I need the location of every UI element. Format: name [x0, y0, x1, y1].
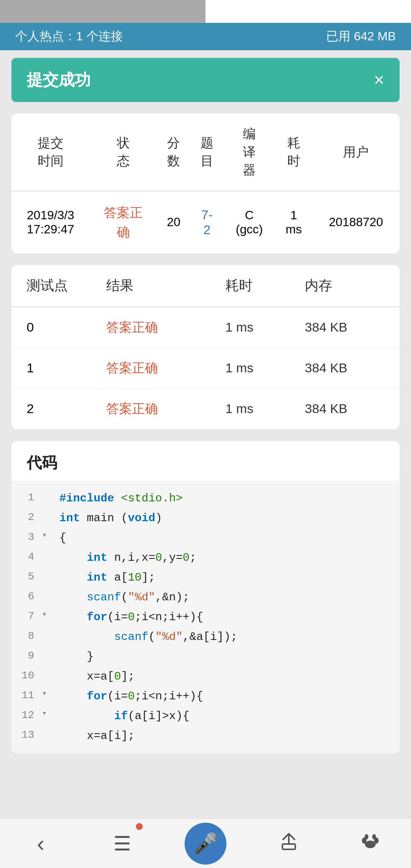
line-content-3: { [56, 529, 66, 547]
code-block: 1 #include <stdio.h> 2 int main (void) 3… [11, 481, 400, 753]
status-correct-label: 答案正确 [104, 205, 143, 239]
header-compiler: 编译器 [223, 113, 275, 191]
mic-icon: 🎤 [193, 832, 218, 855]
code-line-6: 6 scanf("%d",&n); [11, 587, 400, 607]
test-row-0: 0 答案正确 1 ms 384 KB [11, 307, 400, 348]
menu-icon: ☰ [113, 832, 131, 855]
test-point-0: 0 [27, 320, 106, 335]
line-num-3: 3 [11, 529, 42, 546]
back-icon: ‹ [37, 830, 45, 857]
svg-point-5 [372, 834, 376, 839]
line-content-13: x=a[i]; [56, 727, 135, 745]
line-num-10: 10 [11, 667, 42, 685]
test-result-1: 答案正确 [106, 359, 225, 377]
submission-header-row: 提交时间 状态 分数 题目 编译器 耗时 用户 [11, 113, 400, 191]
line-content-8: scanf("%d",&a[i]); [56, 628, 237, 646]
status-bar: 个人热点：1 个连接 已用 642 MB [0, 23, 411, 50]
test-result-0: 答案正确 [106, 319, 225, 336]
submit-problem: 7-2 [191, 191, 224, 254]
svg-rect-0 [282, 844, 295, 849]
submission-card: 提交时间 状态 分数 题目 编译器 耗时 用户 2019/3/317:29:47… [11, 113, 400, 254]
line-arrow-7: ▾ [42, 608, 56, 621]
line-num-6: 6 [11, 588, 42, 605]
th-mem: 内存 [305, 276, 384, 295]
line-num-12: 12 [11, 707, 42, 724]
svg-point-4 [365, 834, 368, 839]
submission-data-row: 2019/3/317:29:47 答案正确 20 7-2 C(gcc) 1ms … [11, 191, 400, 254]
close-button[interactable]: × [374, 71, 384, 89]
submit-score: 20 [157, 191, 191, 254]
line-content-9: } [56, 648, 94, 666]
header-duration: 耗时 [275, 113, 312, 191]
line-content-11: for(i=0;i<n;i++){ [56, 687, 203, 705]
test-time-1: 1 ms [225, 361, 305, 375]
line-num-8: 8 [11, 628, 42, 645]
submission-table: 提交时间 状态 分数 题目 编译器 耗时 用户 2019/3/317:29:47… [11, 113, 400, 254]
code-line-3: 3 ▾ { [11, 528, 400, 548]
line-num-2: 2 [11, 509, 42, 526]
line-content-7: for(i=0;i<n;i++){ [56, 608, 203, 626]
th-time: 耗时 [225, 276, 305, 295]
test-time-2: 1 ms [225, 401, 305, 416]
line-content-6: scanf("%d",&n); [56, 588, 190, 606]
line-content-1: #include <stdio.h> [56, 489, 183, 507]
header-status: 状态 [90, 113, 157, 191]
code-line-5: 5 int a[10]; [11, 568, 400, 587]
code-line-13: 13 x=a[i]; [11, 726, 400, 746]
test-mem-0: 384 KB [305, 320, 384, 335]
code-line-1: 1 #include <stdio.h> [11, 488, 400, 508]
line-num-1: 1 [11, 489, 42, 506]
test-point-1: 1 [27, 361, 106, 375]
test-point-2: 2 [27, 401, 106, 416]
line-num-4: 4 [11, 549, 42, 566]
submit-compiler: C(gcc) [223, 191, 275, 254]
back-button[interactable]: ‹ [22, 825, 60, 863]
success-text: 提交成功 [27, 69, 91, 91]
tab-active[interactable] [206, 0, 411, 23]
memory-status: 已用 642 MB [326, 28, 396, 45]
browser-chrome [0, 0, 411, 23]
baidu-button[interactable] [351, 825, 389, 863]
test-time-0: 1 ms [225, 320, 305, 335]
code-line-10: 10 x=a[0]; [11, 667, 400, 686]
line-arrow-11: ▾ [42, 687, 56, 700]
line-num-7: 7 [11, 608, 42, 625]
success-banner: 提交成功 × [11, 58, 400, 102]
code-line-8: 8 scanf("%d",&a[i]); [11, 627, 400, 647]
line-num-5: 5 [11, 568, 42, 586]
bottom-nav: ‹ ☰ 🎤 [0, 819, 411, 868]
test-row-1: 1 答案正确 1 ms 384 KB [11, 348, 400, 389]
share-button[interactable] [270, 825, 308, 863]
code-line-11: 11 ▾ for(i=0;i<n;i++){ [11, 686, 400, 706]
code-line-7: 7 ▾ for(i=0;i<n;i++){ [11, 607, 400, 627]
line-num-9: 9 [11, 648, 42, 665]
svg-point-1 [365, 841, 376, 848]
test-result-2: 答案正确 [106, 400, 225, 418]
menu-button[interactable]: ☰ [103, 825, 141, 863]
problem-link[interactable]: 7-2 [201, 207, 213, 237]
th-result: 结果 [106, 276, 225, 295]
line-content-4: int n,i,x=0,y=0; [56, 549, 196, 567]
code-title: 代码 [11, 441, 400, 481]
hotspot-status: 个人热点：1 个连接 [15, 28, 123, 45]
test-mem-1: 384 KB [305, 361, 384, 375]
line-num-11: 11 [11, 687, 42, 704]
header-user: 用户 [312, 113, 400, 191]
header-time: 提交时间 [11, 113, 90, 191]
header-score: 分数 [157, 113, 191, 191]
test-mem-2: 384 KB [305, 401, 384, 416]
line-arrow-3: ▾ [42, 529, 56, 542]
main-content: 提交成功 × 提交时间 状态 分数 题目 编译器 耗时 用户 2019/3/31… [0, 50, 411, 868]
line-num-13: 13 [11, 727, 42, 744]
test-header: 测试点 结果 耗时 内存 [11, 265, 400, 307]
code-section: 代码 1 #include <stdio.h> 2 int main (void… [11, 441, 400, 753]
code-line-9: 9 } [11, 647, 400, 667]
tab-inactive-1[interactable] [0, 0, 206, 23]
baidu-icon [359, 830, 382, 857]
code-line-2: 2 int main (void) [11, 508, 400, 528]
share-icon [279, 832, 298, 855]
submit-status: 答案正确 [90, 191, 157, 254]
th-point: 测试点 [27, 276, 106, 295]
mic-button[interactable]: 🎤 [185, 823, 226, 865]
header-problem: 题目 [191, 113, 224, 191]
